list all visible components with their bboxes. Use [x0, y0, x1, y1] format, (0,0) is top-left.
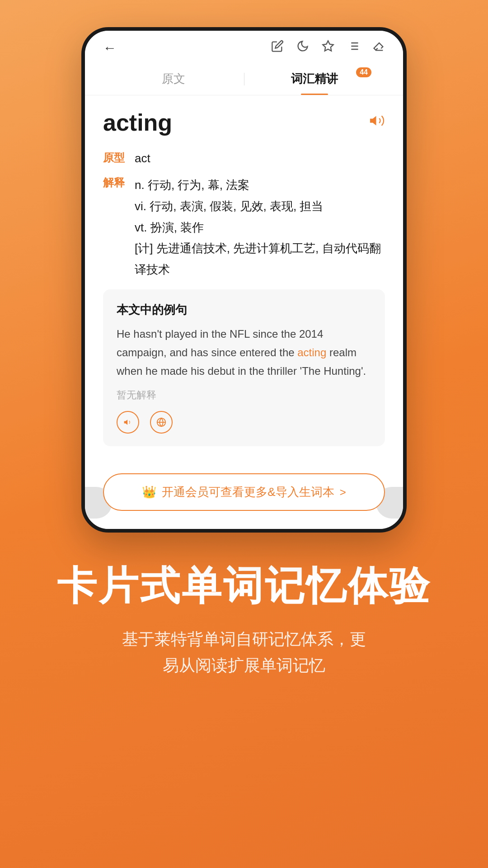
cta-label: 开通会员可查看更多&导入生词本: [162, 484, 334, 500]
cta-button[interactable]: 👑 开通会员可查看更多&导入生词本 >: [103, 473, 385, 511]
jieshi-label: 解释: [103, 175, 135, 191]
definitions-section: 原型 act 解释 n. 行动, 行为, 幕, 法案 vi. 行动, 表演, 假…: [103, 150, 385, 280]
meaning-2: vi. 行动, 表演, 假装, 见效, 表现, 担当: [135, 196, 385, 217]
sound-button[interactable]: [369, 113, 385, 132]
eraser-icon[interactable]: [372, 40, 385, 56]
subtext: 基于莱特背单词自研记忆体系，更易从阅读扩展单词记忆: [57, 626, 431, 678]
example-box: 本文中的例句 He hasn't played in the NFL since…: [103, 289, 385, 446]
moon-icon[interactable]: [296, 40, 309, 56]
main-content: acting 原型 act 解释 n. 行动, 行为, 幕, 法案 vi. 行动…: [85, 95, 403, 464]
cta-area: 👑 开通会员可查看更多&导入生词本 >: [85, 464, 403, 529]
yuanxing-label: 原型: [103, 150, 135, 166]
example-title: 本文中的例句: [117, 302, 371, 318]
word-header: acting: [103, 109, 385, 136]
yuanxing-value: act: [135, 150, 385, 167]
meaning-3: vt. 扮演, 装作: [135, 217, 385, 238]
jieshi-row: 解释 n. 行动, 行为, 幕, 法案 vi. 行动, 表演, 假装, 见效, …: [103, 175, 385, 280]
chevron-right-icon: >: [340, 486, 346, 499]
translate-button[interactable]: [150, 411, 173, 434]
meaning-4: [计] 先进通信技术, 先进计算机工艺, 自动代码翻译技术: [135, 238, 385, 280]
bottom-section: 卡片式单词记忆体验 基于莱特背单词自研记忆体系，更易从阅读扩展单词记忆: [21, 533, 467, 705]
example-sound-button[interactable]: [117, 411, 139, 434]
svg-marker-8: [124, 420, 128, 425]
list-icon[interactable]: [347, 40, 360, 56]
meaning-1: n. 行动, 行为, 幕, 法案: [135, 175, 385, 196]
back-button[interactable]: ←: [103, 40, 117, 56]
example-text-before: He hasn't played in the NFL since the 20…: [117, 328, 323, 359]
no-explanation: 暂无解释: [117, 388, 371, 402]
example-highlight: acting: [297, 346, 326, 359]
top-bar: ←: [85, 31, 403, 63]
headline: 卡片式单词记忆体验: [57, 564, 431, 608]
edit-icon[interactable]: [271, 40, 284, 56]
svg-marker-7: [370, 116, 376, 126]
word-title: acting: [103, 109, 172, 136]
tab-vocab[interactable]: 词汇精讲 44: [244, 63, 385, 95]
example-actions: [117, 411, 371, 434]
phone-mockup: ← 原文 词汇精讲 44: [81, 27, 407, 533]
vocab-badge: 44: [356, 67, 371, 77]
star-icon[interactable]: [322, 40, 334, 56]
tab-yuanwen[interactable]: 原文: [103, 63, 244, 95]
crown-icon: 👑: [142, 485, 156, 499]
top-icons: [271, 40, 385, 56]
yuanxing-row: 原型 act: [103, 150, 385, 167]
tabs: 原文 词汇精讲 44: [85, 63, 403, 95]
meanings-list: n. 行动, 行为, 幕, 法案 vi. 行动, 表演, 假装, 见效, 表现,…: [135, 175, 385, 280]
example-text: He hasn't played in the NFL since the 20…: [117, 325, 371, 380]
svg-marker-0: [323, 41, 333, 51]
